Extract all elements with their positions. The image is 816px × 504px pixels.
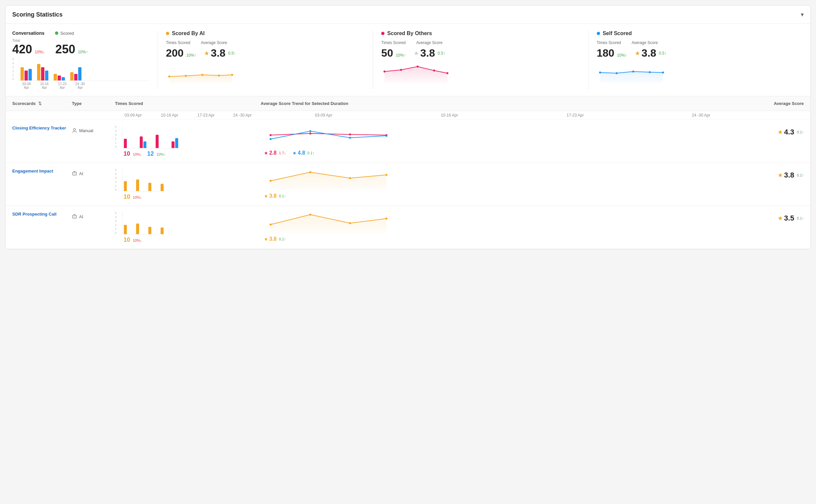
svg-point-5 [383, 71, 385, 73]
bar [74, 74, 77, 80]
cell-trend: ★ 3.8 0.1↑ [261, 211, 764, 242]
chevron-down-icon[interactable]: ▾ [801, 11, 804, 18]
cell-type: AI [72, 168, 115, 176]
star-outline-icon: ★ [414, 50, 419, 57]
svg-point-1 [185, 75, 187, 77]
ai-icon [72, 214, 77, 219]
svg-rect-24 [73, 172, 77, 175]
scored-by-others-nums: 50 10%↑ ★ 3.8 0.5↑ [381, 47, 580, 59]
svg-point-7 [417, 66, 419, 68]
star-icon: ★ [204, 50, 209, 57]
date-col: 24 -30 Apr [224, 113, 261, 118]
svg-point-21 [309, 130, 311, 132]
th-trend: Average Score Trend for Selected Duratio… [261, 101, 764, 106]
row-counts: 10 10%↓ 12 10%↑ [115, 150, 261, 157]
date-col: 10-16 Apr [151, 113, 188, 118]
trend-chart [264, 211, 410, 234]
svg-point-11 [616, 72, 618, 74]
panel-title: Scoring Statistics [12, 11, 63, 18]
svg-point-35 [309, 214, 311, 216]
svg-point-12 [632, 71, 634, 73]
trend-scores: ★ 3.8 0.1↑ [261, 236, 764, 242]
trend-date-col: 17-23 Apr [512, 113, 638, 118]
svg-point-26 [75, 174, 76, 174]
bar-chart [19, 58, 150, 81]
table-section: Scorecards ⇅ Type Times Scored Average S… [6, 96, 810, 249]
scored-label: Scored [55, 30, 74, 36]
stats-section: Conversations Scored Total 420 10%↓ [6, 24, 810, 96]
trend-chart [264, 168, 410, 191]
date-label: 10-16 Apr [38, 82, 51, 89]
others-line-chart [381, 63, 580, 84]
scored-by-ai-block: Scored By AI Times Scored Average Score … [158, 30, 373, 89]
total-block: Total 420 10%↓ [12, 38, 45, 56]
ai-icon [72, 171, 77, 176]
th-type: Type [72, 101, 115, 106]
svg-point-28 [309, 171, 311, 173]
conversations-block: Conversations Scored Total 420 10%↓ [12, 30, 158, 89]
others-dot [381, 32, 384, 35]
self-scored-title: Self Scored [597, 30, 796, 36]
svg-point-14 [662, 72, 664, 74]
table-row: Engagement Impact AI 543210 [6, 163, 810, 206]
svg-point-0 [168, 76, 170, 77]
date-subrow: 03-09 Apr 10-16 Apr 17-23 Apr 24 -30 Apr… [6, 111, 810, 120]
bar [45, 71, 48, 80]
cell-scorecard: Engagement Impact [12, 168, 72, 174]
scored-dot [55, 31, 58, 35]
manual-icon [72, 128, 77, 133]
svg-point-17 [309, 132, 311, 134]
scored-number: 250 [55, 42, 75, 56]
conversations-chart: 543210 [12, 58, 150, 89]
bar [41, 67, 44, 80]
svg-point-37 [385, 218, 387, 220]
scorecard-link[interactable]: Closing Efficiency Tracker [12, 126, 66, 130]
trend-chart [264, 125, 410, 148]
scored-by-others-subtitle: Times Scored Average Score [381, 40, 580, 45]
scored-by-ai-nums: 200 10%↑ ★ 3.8 0.5↑ [166, 47, 365, 59]
cell-avg: ★ 3.5 0.1↑ [764, 211, 804, 223]
date-col: 03-09 Apr [115, 113, 151, 118]
scored-trend: 10%↑ [78, 50, 88, 54]
cell-trend: ★ 2.8 1.7↓ ★ 4.8 0.1↑ [261, 125, 764, 156]
trend-date-col: 10-16 Apr [386, 113, 512, 118]
scorecard-link[interactable]: SDR Prospecting Call [12, 212, 57, 217]
times-date-cols: 03-09 Apr 10-16 Apr 17-23 Apr 24 -30 Apr [115, 113, 261, 118]
bar-date-labels: 03-09 Apr 10-16 Apr 17-23 Apr 24 -30 Apr [19, 82, 150, 89]
table-row: SDR Prospecting Call AI 543210 [6, 206, 810, 249]
svg-point-16 [270, 134, 272, 136]
scorecard-link[interactable]: Engagement Impact [12, 169, 53, 174]
svg-point-34 [270, 224, 272, 226]
th-times: Times Scored [115, 101, 261, 106]
svg-point-22 [349, 137, 351, 139]
svg-point-10 [599, 72, 601, 74]
date-label: 17-23 Apr [56, 82, 69, 89]
scored-by-ai-subtitle: Times Scored Average Score [166, 40, 365, 45]
date-label: 03-09 Apr [20, 82, 33, 89]
svg-point-32 [74, 217, 74, 217]
total-label: Total [12, 38, 45, 42]
date-col: 17-23 Apr [188, 113, 224, 118]
self-scored-block: Self Scored Times Scored Average Score 1… [589, 30, 804, 89]
svg-point-2 [201, 74, 203, 76]
svg-point-9 [446, 72, 448, 74]
trend-date-col: 24 -30 Apr [638, 113, 764, 118]
scored-by-ai-title: Scored By AI [166, 30, 365, 36]
table-header: Scorecards ⇅ Type Times Scored Average S… [6, 96, 810, 111]
bar [70, 72, 74, 80]
svg-point-15 [74, 128, 76, 130]
svg-point-23 [385, 135, 387, 137]
bar [58, 76, 61, 80]
avg-star-icon: ★ [778, 215, 783, 222]
star-icon: ★ [635, 50, 640, 57]
cell-type: Manual [72, 125, 115, 133]
bar [54, 74, 57, 80]
bar [21, 67, 24, 80]
date-label: 24 -30 Apr [74, 82, 86, 89]
bar [78, 67, 81, 80]
self-line-chart [597, 63, 796, 84]
bar [25, 71, 28, 80]
scored-by-others-block: Scored By Others Times Scored Average Sc… [373, 30, 588, 89]
sort-icon[interactable]: ⇅ [38, 101, 42, 106]
cell-type: AI [72, 211, 115, 219]
